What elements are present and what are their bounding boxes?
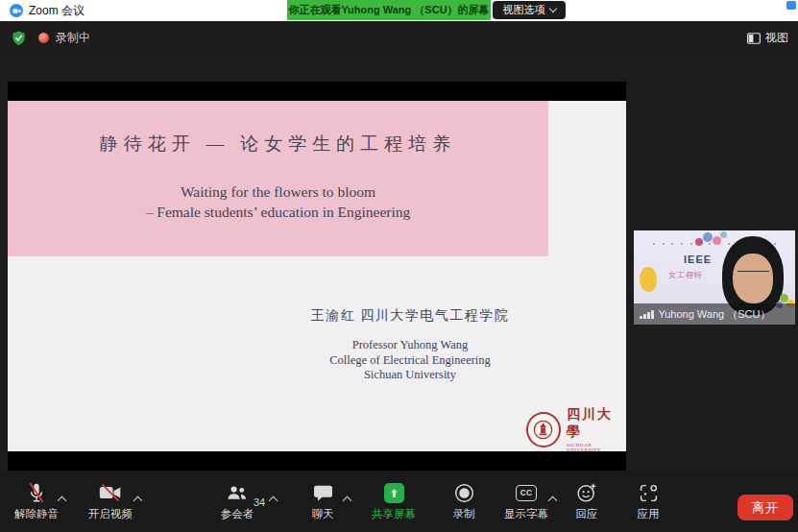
camera-off-icon — [99, 483, 122, 502]
reactions-button[interactable]: 回应 — [556, 478, 617, 528]
start-video-label: 开启视频 — [88, 507, 133, 521]
record-icon — [454, 483, 474, 503]
record-label: 录制 — [453, 507, 475, 521]
meeting-content-area: 静待花开 — 论女学生的工程培养 Waiting for the flowers… — [0, 55, 798, 471]
zoom-meeting-window: Zoom 会议 你正在观看Yuhong Wang （SCU）的屏幕 视图选项 录… — [0, 0, 798, 532]
participant-name-bar: Yuhong Wang （SCU） — [634, 303, 795, 325]
cc-icon-text: CC — [520, 488, 532, 497]
pagoda-icon — [533, 420, 553, 440]
reactions-smiley-icon — [576, 482, 597, 503]
author-name: Professor Yuhong Wang — [271, 338, 549, 353]
viewing-screen-banner: 你正在观看Yuhong Wang （SCU）的屏幕 — [287, 0, 491, 20]
view-options-label: 视图选项 — [503, 3, 545, 17]
participants-icon — [226, 483, 249, 502]
apps-icon — [639, 483, 659, 503]
participants-options-chevron-icon[interactable] — [269, 496, 278, 506]
participants-count: 34 — [254, 496, 265, 508]
participant-video-thumbnail[interactable]: IEEE 女工程特 会 Yuhong Wang （SCU） — [634, 230, 795, 325]
presentation-slide: 静待花开 — 论女学生的工程培养 Waiting for the flowers… — [8, 101, 626, 451]
scu-emblem-icon — [526, 412, 561, 447]
unmute-button[interactable]: 解除静音 — [6, 478, 67, 528]
layout-view-icon — [747, 33, 761, 44]
apps-button[interactable]: 应用 — [617, 478, 679, 528]
security-shield-icon[interactable] — [12, 31, 26, 46]
participants-button[interactable]: 参会者 34 — [206, 478, 268, 528]
captions-button[interactable]: CC 显示字幕 — [496, 478, 557, 528]
backdrop-yellow-flower — [640, 267, 657, 292]
chat-label: 聊天 — [312, 507, 334, 521]
camera-glyph — [12, 7, 21, 15]
scu-name-english: SICHUAN UNIVERSITY — [567, 443, 626, 452]
flower-decoration — [703, 232, 713, 242]
slide-title-english: Waiting for the flowers to bloom – Femal… — [8, 181, 548, 222]
titlebar-blue-accent — [786, 1, 796, 10]
view-label: 视图 — [765, 30, 788, 46]
slide-author-block: 王渝红 四川大学电气工程学院 Professor Yuhong Wang Col… — [271, 307, 549, 383]
record-button[interactable]: 录制 — [433, 478, 495, 528]
reactions-label: 回应 — [576, 507, 598, 521]
unmute-label: 解除静音 — [14, 507, 59, 521]
recording-status: 录制中 — [56, 21, 90, 55]
backdrop-ieee-text: IEEE — [684, 254, 712, 265]
slide-title-banner: 静待花开 — 论女学生的工程培养 Waiting for the flowers… — [8, 101, 548, 256]
scu-logo-text: 四川大學 SICHUAN UNIVERSITY — [567, 406, 626, 452]
participant-face — [733, 254, 773, 303]
cc-icon: CC — [516, 485, 537, 501]
captions-label: 显示字幕 — [504, 507, 548, 521]
title-bar: Zoom 会议 你正在观看Yuhong Wang （SCU）的屏幕 视图选项 — [0, 0, 798, 21]
view-switcher-button[interactable]: 视图 — [747, 21, 788, 55]
participants-label: 参会者 — [221, 507, 254, 521]
share-screen-label: 共享屏幕 — [372, 507, 416, 521]
apps-label: 应用 — [638, 507, 660, 521]
author-chinese: 王渝红 四川大学电气工程学院 — [271, 307, 549, 325]
participant-glasses — [738, 271, 769, 278]
recording-indicator-icon — [38, 33, 49, 43]
share-screen-button[interactable]: 共享屏幕 — [363, 478, 424, 528]
share-screen-icon — [384, 483, 404, 503]
zoom-app-icon — [10, 4, 23, 17]
author-english: Professor Yuhong Wang College of Electri… — [271, 338, 549, 383]
participant-name: Yuhong Wang （SCU） — [659, 307, 771, 322]
start-video-button[interactable]: 开启视频 — [80, 478, 141, 528]
flower-decoration — [720, 231, 727, 238]
sichuan-university-logo: 四川大學 SICHUAN UNIVERSITY — [526, 406, 626, 452]
slide-title-chinese: 静待花开 — 论女学生的工程培养 — [8, 132, 548, 157]
flower-decoration — [695, 238, 703, 246]
leave-meeting-button[interactable]: 离开 — [738, 495, 793, 520]
scu-name-chinese: 四川大學 — [567, 406, 626, 441]
signal-strength-icon — [640, 310, 654, 319]
backdrop-subtitle-left: 女工程特 — [668, 270, 703, 280]
chat-bubble-icon — [313, 484, 333, 502]
microphone-muted-icon — [27, 482, 46, 503]
window-title: Zoom 会议 — [29, 0, 85, 21]
flower-decoration — [713, 236, 721, 245]
chevron-down-icon — [548, 5, 556, 12]
meeting-info-bar: 录制中 视图 — [0, 21, 798, 55]
shared-screen-region: 静待花开 — 论女学生的工程培养 Waiting for the flowers… — [8, 82, 626, 471]
view-options-button[interactable]: 视图选项 — [493, 1, 566, 19]
author-university: Sichuan University — [271, 368, 549, 383]
meeting-toolbar: 解除静音 开启视频 — [0, 471, 798, 532]
author-college: College of Electrical Engineering — [271, 353, 549, 369]
